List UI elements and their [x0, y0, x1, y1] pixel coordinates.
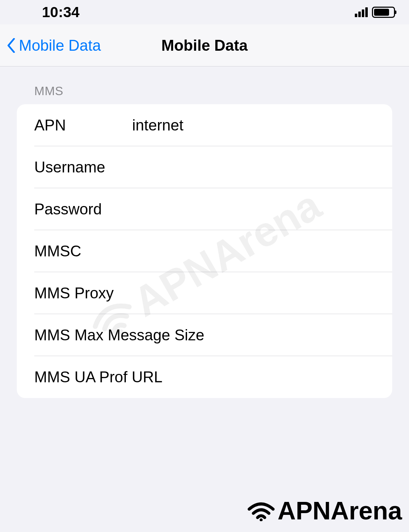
status-icons	[355, 7, 395, 18]
mms-max-size-label: MMS Max Message Size	[34, 326, 392, 344]
username-row[interactable]: Username	[17, 146, 392, 188]
navigation-bar: Mobile Data Mobile Data	[0, 24, 409, 66]
content-area: MMS APN Username Password MMSC MMS Proxy…	[0, 66, 409, 398]
svg-point-1	[260, 518, 263, 521]
status-time: 10:34	[42, 4, 79, 21]
username-label: Username	[34, 158, 132, 176]
mmsc-input[interactable]	[132, 242, 392, 260]
mmsc-label: MMSC	[34, 242, 132, 260]
watermark-text: APNArena	[278, 496, 402, 525]
mms-proxy-row[interactable]: MMS Proxy	[17, 272, 392, 314]
back-button[interactable]: Mobile Data	[0, 37, 101, 54]
apn-input[interactable]	[132, 116, 392, 134]
chevron-left-icon	[7, 38, 15, 53]
watermark-bottom: APNArena	[246, 496, 402, 525]
page-title: Mobile Data	[162, 37, 248, 54]
status-bar: 10:34	[0, 0, 409, 24]
mms-max-size-row[interactable]: MMS Max Message Size	[17, 314, 392, 356]
mms-ua-prof-label: MMS UA Prof URL	[34, 368, 392, 386]
settings-group: APN Username Password MMSC MMS Proxy MMS…	[17, 104, 392, 398]
mmsc-row[interactable]: MMSC	[17, 230, 392, 272]
cellular-signal-icon	[355, 7, 368, 17]
username-input[interactable]	[132, 158, 392, 176]
mms-proxy-input[interactable]	[114, 284, 392, 302]
section-header-mms: MMS	[34, 84, 392, 98]
password-row[interactable]: Password	[17, 188, 392, 230]
battery-icon	[372, 7, 395, 18]
wifi-icon	[246, 500, 276, 521]
password-input[interactable]	[132, 200, 392, 218]
apn-row[interactable]: APN	[17, 104, 392, 146]
mms-ua-prof-row[interactable]: MMS UA Prof URL	[17, 356, 392, 398]
password-label: Password	[34, 200, 132, 218]
back-label: Mobile Data	[19, 37, 101, 54]
apn-label: APN	[34, 116, 132, 134]
mms-proxy-label: MMS Proxy	[34, 284, 114, 302]
